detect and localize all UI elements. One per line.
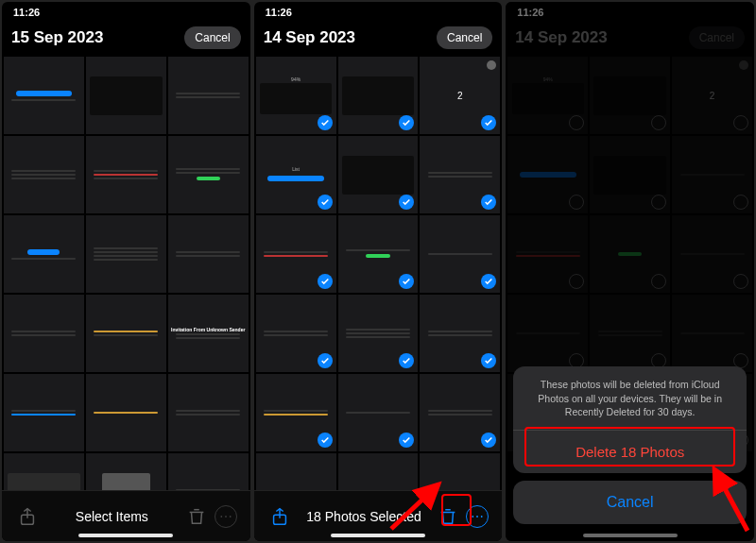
photo-thumb[interactable]: [168, 215, 249, 293]
status-time: 11:26: [13, 7, 40, 18]
photo-thumb[interactable]: [256, 295, 336, 372]
photo-thumb[interactable]: 94%: [256, 57, 336, 134]
photo-thumb[interactable]: [168, 453, 249, 490]
checkmark-icon: [399, 115, 414, 130]
thumb-label: List: [290, 166, 301, 174]
status-bar: 11:26: [254, 2, 503, 23]
sheet-message: These photos will be deleted from iCloud…: [513, 366, 747, 431]
cancel-button: Cancel: [689, 26, 745, 49]
home-indicator[interactable]: [78, 534, 173, 537]
photo-thumb[interactable]: [4, 136, 84, 213]
action-sheet: These photos will be deleted from iCloud…: [513, 366, 747, 524]
more-icon: ⋯: [215, 505, 237, 528]
date-title: 14 Sep 2023: [515, 28, 607, 47]
checkmark-icon: [481, 353, 496, 368]
widget-count: 2: [455, 90, 465, 102]
photo-thumb[interactable]: Invitation From Unknown Sender: [420, 453, 500, 490]
checkmark-icon: [318, 115, 333, 130]
share-icon[interactable]: [267, 504, 292, 529]
photo-thumb[interactable]: [86, 453, 166, 490]
photo-thumb[interactable]: [86, 374, 166, 451]
photo-thumb[interactable]: [86, 215, 166, 293]
screen-select-mode: 11:26 15 Sep 2023 Cancel Invitation Fr: [2, 2, 250, 541]
photo-grid: Invitation From Unknown Sender: [2, 57, 250, 490]
sheet-cancel-button[interactable]: Cancel: [513, 481, 747, 524]
photo-thumb[interactable]: [86, 57, 166, 134]
status-time: 11:26: [517, 7, 543, 18]
photo-thumb[interactable]: [338, 453, 419, 490]
photo-thumb[interactable]: Invitation From Unknown Sender: [168, 295, 249, 372]
photo-thumb[interactable]: [168, 136, 249, 213]
photo-thumb[interactable]: [338, 57, 419, 134]
checkmark-icon: [481, 115, 496, 130]
photo-thumb[interactable]: [4, 374, 84, 451]
checkmark-icon: [318, 195, 333, 210]
photo-thumb[interactable]: [256, 215, 336, 293]
photo-thumb[interactable]: [86, 295, 166, 372]
trash-icon[interactable]: [436, 504, 460, 529]
status-bar: 11:26: [506, 2, 754, 23]
photo-thumb[interactable]: [4, 453, 84, 490]
delete-button[interactable]: Delete 18 Photos: [513, 431, 747, 473]
toolbar-label: 18 Photos Selected: [306, 509, 421, 524]
checkmark-icon: [399, 195, 414, 210]
photo-thumb[interactable]: [338, 136, 419, 213]
header: 15 Sep 2023 Cancel: [2, 23, 250, 57]
checkmark-icon: [399, 433, 414, 448]
photo-thumb[interactable]: [4, 215, 84, 293]
date-title: 15 Sep 2023: [11, 28, 103, 47]
checkmark-icon: [318, 353, 333, 368]
date-title: 14 Sep 2023: [264, 28, 355, 47]
status-time: 11:26: [266, 7, 292, 18]
photo-thumb[interactable]: List: [256, 136, 336, 213]
photo-thumb[interactable]: [168, 374, 249, 451]
checkmark-icon: [399, 274, 414, 289]
photo-thumb[interactable]: [420, 136, 500, 213]
photo-thumb[interactable]: [256, 374, 336, 451]
photo-thumb[interactable]: [4, 295, 84, 372]
checkmark-icon: [318, 274, 333, 289]
photo-thumb[interactable]: [420, 215, 500, 293]
share-icon: [15, 504, 40, 529]
thumb-text: Invitation From Unknown Sender: [423, 489, 497, 490]
header: 14 Sep 2023 Cancel: [506, 23, 754, 57]
photo-thumb[interactable]: [338, 374, 419, 451]
photo-thumb[interactable]: [338, 295, 419, 372]
checkmark-icon: [481, 433, 496, 448]
photo-thumb[interactable]: [338, 215, 419, 293]
widget-pct: 94%: [289, 76, 302, 84]
header: 14 Sep 2023 Cancel: [254, 23, 503, 57]
checkmark-icon: [399, 353, 414, 368]
checkmark-icon: [481, 195, 496, 210]
more-icon[interactable]: ⋯: [466, 505, 489, 528]
photo-thumb[interactable]: [256, 453, 336, 490]
photo-thumb[interactable]: [86, 136, 166, 213]
photo-thumb[interactable]: [420, 295, 500, 372]
screen-delete-confirm: 11:26 14 Sep 2023 Cancel 94% 2: [506, 2, 754, 541]
toolbar-label: Select Items: [76, 509, 148, 524]
cancel-button[interactable]: Cancel: [184, 26, 240, 49]
photo-grid: 94% 2 List: [254, 57, 503, 490]
photo-thumb[interactable]: [168, 57, 249, 134]
photo-thumb[interactable]: [420, 374, 500, 451]
photo-thumb[interactable]: 2: [420, 57, 500, 134]
screen-selected: 11:26 14 Sep 2023 Cancel 94% 2: [254, 2, 503, 541]
photo-thumb[interactable]: [4, 57, 84, 134]
checkmark-icon: [481, 274, 496, 289]
checkmark-icon: [318, 433, 333, 448]
status-bar: 11:26: [2, 2, 250, 23]
thumb-text: Invitation From Unknown Sender: [171, 327, 245, 332]
home-indicator[interactable]: [331, 534, 425, 537]
cancel-button[interactable]: Cancel: [437, 26, 492, 49]
home-indicator[interactable]: [583, 534, 678, 537]
trash-icon: [184, 504, 209, 529]
